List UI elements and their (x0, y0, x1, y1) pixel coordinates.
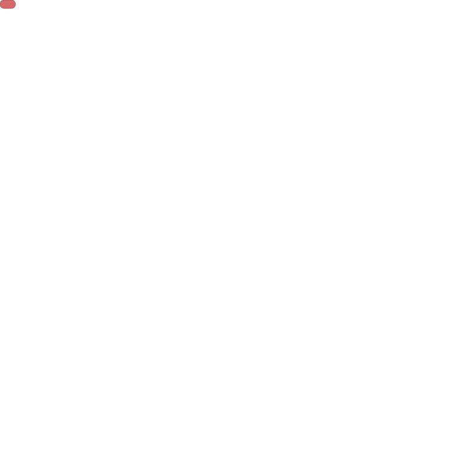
optimal-marker (0, 0, 15, 8)
chart-frame (0, 0, 476, 476)
gradient-background (0, 0, 476, 476)
plot-area (0, 0, 476, 476)
bottleneck-chart (0, 0, 476, 476)
